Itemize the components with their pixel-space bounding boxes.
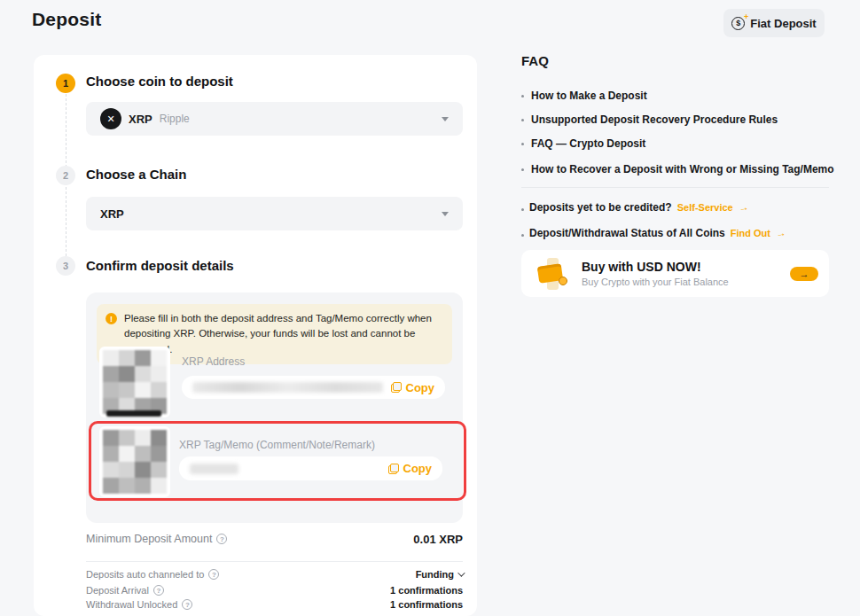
credited-question-text: Deposits yet to be credited? [529, 201, 672, 214]
fiat-deposit-label: Fiat Deposit [750, 17, 816, 30]
address-qr-box [99, 347, 170, 417]
coin-name: Ripple [160, 113, 190, 125]
faq-link-recovery-rules[interactable]: Unsupported Deposit Recovery Procedure R… [521, 113, 778, 126]
step-2-title: Choose a Chain [86, 167, 186, 182]
bullet-icon [521, 234, 524, 237]
deposit-card: 1 Choose coin to deposit ✕ XRP Ripple 2 … [34, 55, 477, 616]
chain-value: XRP [100, 207, 124, 221]
summary-divider [86, 561, 463, 562]
page-title: Deposit [32, 9, 101, 30]
copy-tag-label: Copy [403, 462, 433, 475]
help-icon[interactable]: ? [216, 534, 227, 544]
faq-link-text: FAQ — Crypto Deposit [531, 137, 645, 150]
banner-arrow-button[interactable]: → [790, 267, 818, 281]
step-3-indicator: 3 [56, 256, 75, 276]
chevron-down-icon [457, 569, 465, 576]
faq-link-text: Unsupported Deposit Recovery Procedure R… [531, 113, 778, 126]
copy-icon [388, 464, 399, 474]
bullet-icon [521, 143, 524, 145]
address-qr-code-image [103, 350, 167, 414]
copy-tag-button[interactable]: Copy [388, 462, 433, 475]
bullet-icon [521, 119, 524, 121]
copy-icon [391, 382, 402, 393]
redacted-tag-value [190, 464, 238, 474]
redacted-text [106, 410, 161, 417]
step-1-title: Choose coin to deposit [86, 74, 233, 89]
deposit-details-panel: ! Please fill in both the deposit addres… [86, 292, 463, 523]
step-1-indicator: 1 [56, 74, 75, 93]
find-out-link[interactable]: Find Out [731, 228, 770, 238]
tag-value-field: Copy [179, 456, 442, 480]
tag-qr-code-image [103, 430, 167, 494]
copy-address-button[interactable]: Copy [391, 381, 435, 394]
faq-link-text: How to Make a Deposit [531, 90, 647, 102]
channeled-to-label: Deposits auto channeled to ? [86, 569, 219, 580]
warning-icon: ! [106, 313, 117, 324]
min-deposit-value: 0.01 XRP [413, 533, 463, 546]
help-icon[interactable]: ? [182, 599, 192, 610]
step-3-title: Confirm deposit details [86, 258, 234, 273]
channeled-to-label-text: Deposits auto channeled to [86, 569, 204, 580]
banner-subtitle: Buy Crypto with your Fiat Balance [582, 277, 729, 287]
address-value-field: Copy [182, 376, 445, 399]
chevron-down-icon [442, 212, 449, 216]
min-deposit-label-text: Minimum Deposit Amount [86, 533, 212, 545]
wallet-icon [536, 256, 571, 292]
banner-title: Buy with USD NOW! [582, 260, 729, 274]
withdrawal-unlocked-label: Withdrawal Unlocked ? [86, 599, 192, 610]
channeled-to-value-text: Funding [416, 569, 454, 580]
help-icon[interactable]: ? [208, 569, 219, 580]
bullet-icon [521, 95, 524, 97]
redacted-address-value [192, 382, 383, 393]
help-icon[interactable]: ? [153, 585, 164, 596]
step-2-number: 2 [63, 170, 68, 181]
withdrawal-unlocked-label-text: Withdrawal Unlocked [86, 599, 177, 610]
channeled-to-value[interactable]: Funding [416, 569, 463, 580]
copy-address-label: Copy [406, 381, 435, 394]
buy-usd-banner[interactable]: Buy with USD NOW! Buy Crypto with your F… [521, 250, 829, 297]
fiat-deposit-button[interactable]: $+ Fiat Deposit [723, 9, 825, 37]
warning-text: Please fill in both the deposit address … [124, 311, 442, 357]
xrp-coin-icon: ✕ [100, 108, 121, 129]
tag-label: XRP Tag/Memo (Comment/Note/Remark) [179, 439, 375, 451]
chain-select-dropdown[interactable]: XRP [86, 197, 463, 230]
chevron-down-icon [442, 117, 449, 121]
bullet-icon [521, 168, 524, 171]
fiat-coin-icon: $+ [731, 17, 745, 30]
self-service-link[interactable]: Self-Service [677, 202, 733, 213]
faq-link-crypto-deposit[interactable]: FAQ — Crypto Deposit [521, 137, 645, 150]
step-3-number: 3 [63, 261, 68, 271]
deposit-arrival-label-text: Deposit Arrival [86, 585, 149, 596]
deposit-arrival-label: Deposit Arrival ? [86, 585, 164, 596]
arrow-right-icon: → [800, 269, 809, 279]
deposit-arrival-value: 1 confirmations [390, 585, 463, 596]
faq-link-text: How to Recover a Deposit with Wrong or M… [531, 163, 834, 175]
arrow-right-icon: → [738, 201, 749, 214]
credited-self-service-row[interactable]: Deposits yet to be credited? Self-Servic… [521, 201, 748, 214]
faq-divider [521, 187, 829, 188]
tag-qr-box [99, 426, 170, 497]
address-label: XRP Address [182, 355, 245, 368]
status-question-text: Deposit/Withdrawal Status of All Coins [529, 227, 725, 239]
tag-memo-highlight-box: XRP Tag/Memo (Comment/Note/Remark) Copy [89, 421, 466, 501]
bullet-icon [521, 208, 524, 211]
faq-link-recover-tag-memo[interactable]: How to Recover a Deposit with Wrong or M… [521, 163, 834, 175]
step-1-number: 1 [63, 78, 68, 89]
status-find-out-row[interactable]: Deposit/Withdrawal Status of All Coins F… [521, 227, 786, 239]
arrow-right-icon: → [775, 227, 786, 239]
step-2-indicator: 2 [56, 166, 75, 185]
faq-title: FAQ [521, 53, 549, 68]
min-deposit-label: Minimum Deposit Amount ? [86, 533, 227, 545]
withdrawal-unlocked-value: 1 confirmations [390, 599, 463, 610]
faq-link-make-deposit[interactable]: How to Make a Deposit [521, 90, 647, 102]
coin-symbol: XRP [129, 113, 152, 126]
coin-select-dropdown[interactable]: ✕ XRP Ripple [86, 102, 463, 136]
